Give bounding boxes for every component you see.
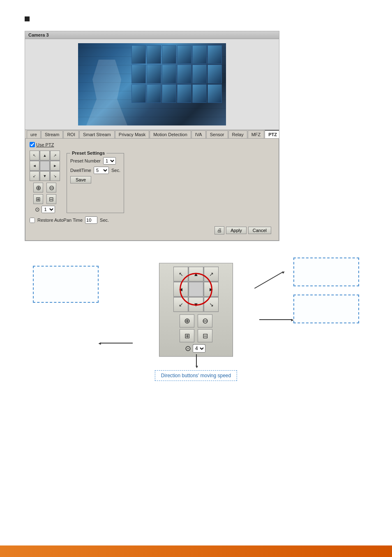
diagram-box-right-top: [293, 258, 359, 286]
use-ptz-checkbox[interactable]: [30, 142, 35, 147]
dwell-time-label: DwellTime: [70, 168, 91, 173]
camera-title: Camera 3: [28, 32, 49, 37]
tab-relay[interactable]: Relay: [228, 130, 247, 138]
person-silhouette: [86, 60, 127, 125]
zoom-out-btn[interactable]: ⊖: [46, 183, 56, 193]
camera-window: Camera 3: [25, 31, 279, 241]
monitor-cell: [208, 45, 222, 64]
diag-dir-upleft[interactable]: ↖: [173, 267, 188, 281]
arrow-down-to-speed: ▼: [196, 354, 197, 367]
restore-autopan-label: Restore AutoPan Time: [37, 218, 83, 223]
diag-dir-right[interactable]: ►: [204, 282, 219, 297]
camera-feed: [78, 43, 226, 125]
monitor-cell: [177, 65, 191, 83]
restore-autopan-unit: Sec.: [100, 218, 109, 223]
monitor-cell: [147, 84, 161, 103]
tabs-bar: ure Stream ROI Smart Stream Privacy Mask…: [25, 130, 279, 139]
tab-ure[interactable]: ure: [27, 130, 41, 138]
save-preset-button[interactable]: Save: [70, 176, 91, 183]
restore-autopan-checkbox[interactable]: [30, 218, 35, 223]
tab-roi[interactable]: ROI: [63, 130, 79, 138]
diag-speed-select[interactable]: 4 1 2 3 5: [193, 344, 205, 353]
monitor-cell: [162, 45, 176, 64]
dir-btn-left[interactable]: ◄: [30, 161, 39, 171]
preset-number-select[interactable]: 1 2 3: [103, 157, 116, 165]
dir-btn-downright[interactable]: ↘: [50, 171, 60, 181]
arrow-top-right: ►: [254, 272, 283, 289]
speed-icon: ⊙: [35, 206, 40, 213]
diag-dir-center: [189, 282, 203, 297]
diag-dir-up[interactable]: ▲: [189, 267, 203, 281]
monitor-cell: [192, 84, 207, 103]
restore-autopan-row: Restore AutoPan Time Sec.: [30, 216, 274, 224]
diag-dir-down[interactable]: ▼: [189, 297, 203, 312]
diag-dir-downleft[interactable]: ↙: [173, 297, 188, 312]
panel-content: Use PTZ ↖ ▲ ↗ ◄ ► ↙ ▼ ↘: [25, 139, 279, 241]
preset-number-label: Preset Number: [70, 158, 101, 163]
diag-dir-downright[interactable]: ↘: [204, 297, 219, 312]
save-row: Save: [70, 176, 120, 183]
camera-image-area: [25, 39, 279, 130]
apply-button[interactable]: Apply: [226, 227, 247, 234]
diag-iris-open[interactable]: ⊞: [180, 329, 194, 342]
restore-autopan-input[interactable]: [85, 216, 97, 224]
diag-zoom-out[interactable]: ⊖: [198, 314, 212, 327]
dwell-time-select[interactable]: 5 10 15: [94, 167, 109, 174]
diagram-ptz-center: ↖ ▲ ↗ ◄ ► ↙ ▼ ↘ ⊕ ⊖: [159, 263, 233, 357]
monitor-cell: [147, 45, 161, 64]
monitor-cell: [177, 84, 191, 103]
dir-btn-upleft[interactable]: ↖: [30, 151, 39, 160]
dir-btn-right[interactable]: ►: [50, 161, 60, 171]
tab-smart-stream[interactable]: Smart Stream: [79, 130, 115, 138]
zoom-in-btn[interactable]: ⊕: [33, 183, 43, 193]
monitor-cell: [192, 65, 207, 83]
diagram-section: ↖ ▲ ↗ ◄ ► ↙ ▼ ↘ ⊕ ⊖: [25, 253, 367, 385]
tab-iva[interactable]: IVA: [191, 130, 206, 138]
dwell-time-row: DwellTime 5 10 15 Sec.: [70, 167, 120, 174]
bottom-orange-bar: [0, 545, 392, 557]
speed-label-container: Direction buttons' moving speed: [155, 370, 237, 381]
speed-select[interactable]: 1 2 3 4 5: [42, 206, 55, 213]
diagram-direction-pad: ↖ ▲ ↗ ◄ ► ↙ ▼ ↘: [173, 267, 219, 312]
tab-mfz[interactable]: MFZ: [248, 130, 265, 138]
tab-motion-detection[interactable]: Motion Detection: [150, 130, 191, 138]
dir-btn-downleft[interactable]: ↙: [30, 171, 39, 181]
arrow-left: ◄: [100, 343, 133, 343]
dir-btn-down[interactable]: ▼: [40, 171, 50, 181]
tab-ptz[interactable]: PTZ: [265, 130, 279, 138]
monitor-grid: [131, 45, 222, 103]
diagram-iris-row: ⊞ ⊟: [163, 329, 229, 342]
panel-body: ↖ ▲ ↗ ◄ ► ↙ ▼ ↘ ⊕ ⊖ ⊞: [30, 151, 274, 213]
dir-btn-up[interactable]: ▲: [40, 151, 50, 160]
dwell-time-unit: Sec.: [111, 168, 120, 173]
diagram-control-box: ↖ ▲ ↗ ◄ ► ↙ ▼ ↘ ⊕ ⊖: [159, 263, 233, 357]
direction-pad: ↖ ▲ ↗ ◄ ► ↙ ▼ ↘: [30, 151, 60, 181]
monitor-cell: [177, 45, 191, 64]
bottom-bar: 🖨 Apply Cancel: [30, 224, 274, 237]
monitor-cell: [208, 65, 222, 83]
cancel-button[interactable]: Cancel: [248, 227, 271, 234]
tab-privacy-mask[interactable]: Privacy Mask: [115, 130, 149, 138]
preset-settings: Preset Settings Preset Number 1 2 3 Dwel…: [67, 151, 124, 213]
monitor-cell: [162, 65, 176, 83]
tab-sensor[interactable]: Sensor: [206, 130, 228, 138]
iris-close-btn[interactable]: ⊟: [46, 194, 56, 204]
preset-number-row: Preset Number 1 2 3: [70, 157, 120, 165]
zoom-focus-row: ⊕ ⊖: [33, 183, 56, 193]
diagram-box-right-bottom: [293, 295, 359, 323]
iris-open-btn[interactable]: ⊞: [33, 194, 43, 204]
diag-dir-left[interactable]: ◄: [173, 282, 188, 297]
print-icon: 🖨: [217, 227, 222, 233]
monitor-cell: [131, 45, 146, 64]
dir-btn-upright[interactable]: ↗: [50, 151, 60, 160]
diagram-speed-row: ⊙ 4 1 2 3 5: [163, 344, 229, 353]
print-icon-btn[interactable]: 🖨: [214, 226, 224, 234]
diag-zoom-in[interactable]: ⊕: [180, 314, 194, 327]
diagram-zoom-row: ⊕ ⊖: [163, 314, 229, 327]
diag-dir-upright[interactable]: ↗: [204, 267, 219, 281]
dir-btn-center: [40, 161, 50, 171]
diag-speed-icon: ⊙: [185, 344, 191, 353]
diag-iris-close[interactable]: ⊟: [198, 329, 212, 342]
monitor-cell: [208, 84, 222, 103]
tab-stream[interactable]: Stream: [41, 130, 63, 138]
